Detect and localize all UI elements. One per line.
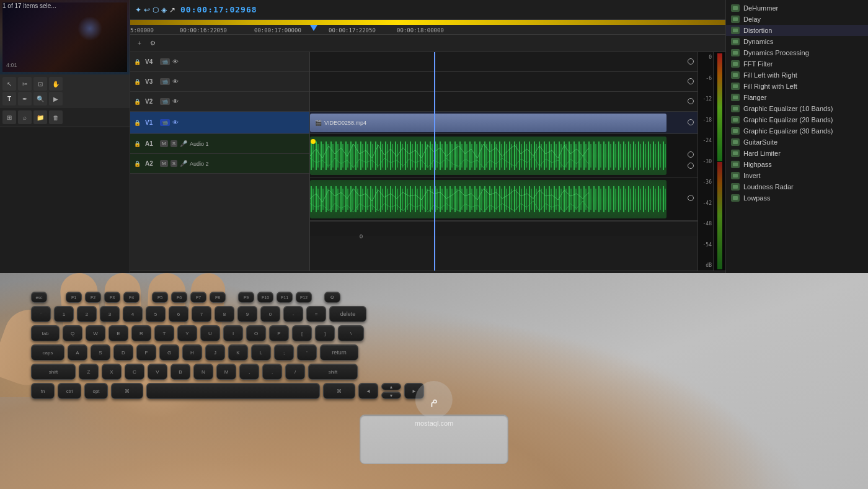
track-v2-lock[interactable]: 🔒: [134, 99, 143, 105]
cursor-icon[interactable]: ↗: [169, 6, 175, 14]
hand-tool[interactable]: ✋: [49, 77, 63, 91]
timecode-display[interactable]: 00:00:17:02968: [180, 5, 257, 14]
key-lbracket[interactable]: [: [292, 325, 312, 341]
key-f12[interactable]: F12: [296, 292, 312, 303]
track-a1-mute[interactable]: M: [160, 140, 168, 147]
pen-tool[interactable]: ✒: [18, 92, 32, 105]
effects-panel[interactable]: DeHummerDelayDistortionDynamicsDynamics …: [725, 0, 868, 285]
track-v3-visibility[interactable]: 📹: [160, 78, 170, 85]
effect-item-loudness-radar[interactable]: Loudness Radar: [726, 181, 868, 192]
key-1[interactable]: 1: [54, 306, 74, 322]
track-select-tool[interactable]: ▶: [49, 92, 63, 105]
key-f2[interactable]: F2: [85, 292, 101, 303]
settings-btn[interactable]: ⚙: [148, 38, 158, 48]
effect-item-graphic-equalizer-(30-bands)[interactable]: Graphic Equalizer (30 Bands): [726, 125, 868, 137]
key-t[interactable]: T: [154, 325, 174, 341]
video-clip-v1[interactable]: 🎬 VIDEO0258.mp4: [310, 114, 666, 132]
key-backslash[interactable]: \: [338, 325, 364, 341]
track-a2-lock[interactable]: 🔒: [134, 161, 143, 167]
key-c[interactable]: C: [125, 364, 144, 380]
add-track-btn[interactable]: +: [135, 38, 144, 48]
key-comma[interactable]: ,: [239, 364, 259, 380]
track-a2-mute[interactable]: M: [160, 160, 168, 167]
key-backtick[interactable]: `: [31, 306, 51, 322]
key-m[interactable]: M: [216, 364, 236, 380]
effect-item-fill-right-with-left[interactable]: Fill Right with Left: [726, 81, 868, 92]
key-space[interactable]: [146, 383, 320, 399]
bin-btn[interactable]: 📁: [33, 110, 47, 124]
key-6[interactable]: 6: [169, 306, 188, 322]
track-v2-eye[interactable]: 👁: [172, 98, 179, 105]
key-q[interactable]: Q: [63, 325, 82, 341]
key-5[interactable]: 5: [146, 306, 166, 322]
track-v3-lock[interactable]: 🔒: [134, 79, 143, 85]
key-l[interactable]: L: [251, 344, 271, 361]
track-v3-eye[interactable]: 👁: [172, 78, 179, 85]
key-fn[interactable]: fn: [31, 383, 55, 399]
effect-item-flanger[interactable]: Flanger: [726, 92, 868, 103]
audio-track-a1[interactable]: [310, 134, 698, 177]
key-z[interactable]: Z: [79, 364, 99, 380]
key-f6[interactable]: F6: [171, 292, 187, 303]
razor-tool[interactable]: ✂: [18, 77, 32, 91]
key-slash[interactable]: /: [285, 364, 305, 380]
track-a1-solo[interactable]: S: [170, 140, 177, 147]
track-v1-lock[interactable]: 🔒: [134, 120, 143, 126]
key-9[interactable]: 9: [237, 306, 257, 322]
key-ctrl[interactable]: ctrl: [58, 383, 81, 399]
key-lshift[interactable]: shift: [31, 364, 76, 380]
key-semicolon[interactable]: ;: [274, 344, 294, 361]
key-f10[interactable]: F10: [257, 292, 273, 303]
key-7[interactable]: 7: [192, 306, 211, 322]
effect-item-hard-limiter[interactable]: Hard Limiter: [726, 148, 868, 159]
undo-icon[interactable]: ↩: [144, 6, 150, 14]
key-w[interactable]: W: [86, 325, 105, 341]
key-cmd-l[interactable]: ⌘: [111, 383, 143, 399]
timeline-ruler[interactable]: 5:00000 00:00:16:22050 00:00:17:00000 00…: [130, 20, 725, 35]
key-period[interactable]: .: [262, 364, 282, 380]
track-a2-solo[interactable]: S: [170, 160, 177, 167]
key-delete[interactable]: delete: [329, 306, 366, 322]
snowflake-icon[interactable]: ✦: [135, 6, 141, 14]
marker-icon[interactable]: ◈: [161, 6, 167, 14]
key-return[interactable]: return: [320, 344, 358, 361]
track-a1-lock[interactable]: 🔒: [134, 141, 143, 147]
effect-item-dehummer[interactable]: DeHummer: [726, 2, 868, 14]
key-b[interactable]: B: [170, 364, 190, 380]
key-caps[interactable]: caps: [31, 344, 64, 361]
effect-item-delay[interactable]: Delay: [726, 14, 868, 25]
key-rbracket[interactable]: ]: [315, 325, 335, 341]
text-tool[interactable]: T: [2, 92, 16, 105]
key-minus[interactable]: -: [283, 306, 303, 322]
selection-tool[interactable]: ↖: [2, 77, 16, 91]
key-rshift[interactable]: shift: [308, 364, 358, 380]
track-a2-mic[interactable]: 🎤: [180, 160, 187, 167]
key-option[interactable]: opt: [84, 383, 108, 399]
effect-item-fill-left-with-right[interactable]: Fill Left with Right: [726, 70, 868, 81]
key-o[interactable]: O: [246, 325, 266, 341]
key-g[interactable]: G: [159, 344, 179, 361]
key-f8[interactable]: F8: [210, 292, 226, 303]
key-left[interactable]: ◄: [358, 383, 378, 399]
key-f1[interactable]: F1: [66, 292, 82, 303]
key-0[interactable]: 0: [260, 306, 280, 322]
effect-item-lowpass[interactable]: Lowpass: [726, 192, 868, 204]
effect-item-dynamics-processing[interactable]: Dynamics Processing: [726, 47, 868, 58]
key-f9[interactable]: F9: [238, 292, 254, 303]
key-s[interactable]: S: [91, 344, 110, 361]
key-esc[interactable]: esc: [31, 292, 47, 303]
effect-item-guitarsuite[interactable]: GuitarSuite: [726, 137, 868, 148]
effect-item-dynamics[interactable]: Dynamics: [726, 36, 868, 47]
effect-item-graphic-equalizer-(10-bands)[interactable]: Graphic Equalizer (10 Bands): [726, 103, 868, 114]
audio-waveform-a1[interactable]: [310, 137, 666, 175]
key-r[interactable]: R: [131, 325, 151, 341]
key-f[interactable]: F: [136, 344, 156, 361]
key-f5[interactable]: F5: [152, 292, 168, 303]
audio-track-a2[interactable]: [310, 177, 698, 221]
delete-btn[interactable]: 🗑: [49, 110, 63, 124]
key-v[interactable]: V: [148, 364, 167, 380]
effect-item-invert[interactable]: Invert: [726, 170, 868, 181]
track-v4-eye[interactable]: 👁: [172, 58, 179, 65]
key-y[interactable]: Y: [177, 325, 197, 341]
key-3[interactable]: 3: [100, 306, 120, 322]
